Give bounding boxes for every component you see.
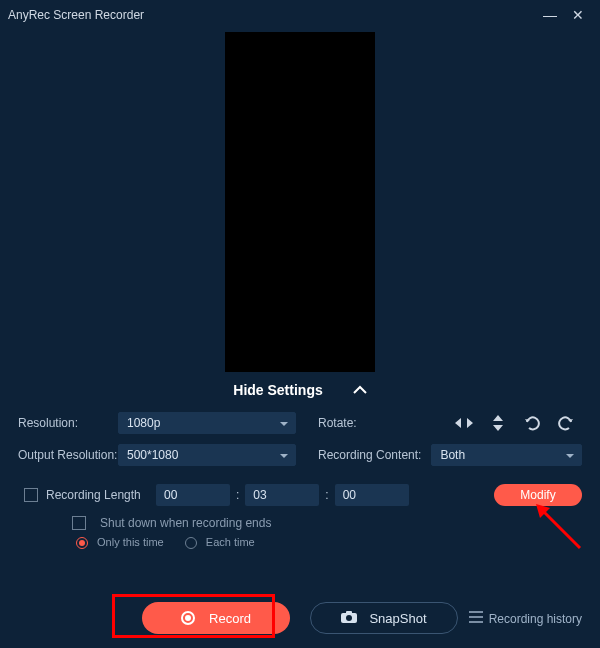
resolution-select[interactable]: 1080p (118, 412, 296, 434)
only-this-time-label: Only this time (97, 536, 164, 548)
snapshot-label: SnapShot (369, 611, 426, 626)
record-icon (181, 611, 195, 625)
output-resolution-value: 500*1080 (127, 448, 178, 462)
flip-vertical-icon[interactable] (486, 413, 510, 433)
window-title: AnyRec Screen Recorder (8, 8, 536, 22)
shutdown-label: Shut down when recording ends (100, 516, 271, 530)
camera-icon (341, 611, 357, 626)
seconds-input[interactable]: 00 (335, 484, 409, 506)
recording-content-select[interactable]: Both (431, 444, 582, 466)
shutdown-checkbox[interactable] (72, 516, 86, 530)
rotate-label: Rotate: (318, 416, 368, 430)
record-label: Record (209, 611, 251, 626)
hours-input[interactable]: 00 (156, 484, 230, 506)
modify-button[interactable]: Modify (494, 484, 582, 506)
chevron-down-icon (279, 450, 289, 464)
minutes-input[interactable]: 03 (245, 484, 319, 506)
svg-rect-1 (346, 611, 352, 614)
chevron-down-icon (279, 418, 289, 432)
hide-settings-toggle[interactable]: Hide Settings (0, 382, 600, 398)
resolution-label: Resolution: (18, 416, 118, 430)
list-icon (469, 611, 483, 626)
close-icon[interactable]: ✕ (564, 7, 592, 23)
each-time-radio[interactable] (185, 537, 197, 549)
record-button[interactable]: Record (142, 602, 290, 634)
recording-length-checkbox[interactable] (24, 488, 38, 502)
recording-length-label: Recording Length (46, 488, 156, 502)
recording-content-value: Both (440, 448, 465, 462)
recording-content-label: Recording Content: (318, 448, 421, 462)
chevron-up-icon (353, 382, 367, 398)
colon: : (236, 488, 239, 502)
hide-settings-label: Hide Settings (233, 382, 322, 398)
recording-history-link[interactable]: Recording history (469, 611, 582, 626)
resolution-value: 1080p (127, 416, 160, 430)
each-time-label: Each time (206, 536, 255, 548)
output-resolution-select[interactable]: 500*1080 (118, 444, 296, 466)
svg-point-2 (346, 615, 352, 621)
rotate-right-icon[interactable] (554, 413, 578, 433)
flip-horizontal-icon[interactable] (452, 413, 476, 433)
only-this-time-radio[interactable] (76, 537, 88, 549)
snapshot-button[interactable]: SnapShot (310, 602, 458, 634)
minimize-icon[interactable]: — (536, 7, 564, 23)
chevron-down-icon (565, 450, 575, 464)
preview-area (225, 32, 375, 372)
rotate-left-icon[interactable] (520, 413, 544, 433)
recording-history-label: Recording history (489, 612, 582, 626)
colon: : (325, 488, 328, 502)
output-resolution-label: Output Resolution: (18, 448, 118, 462)
